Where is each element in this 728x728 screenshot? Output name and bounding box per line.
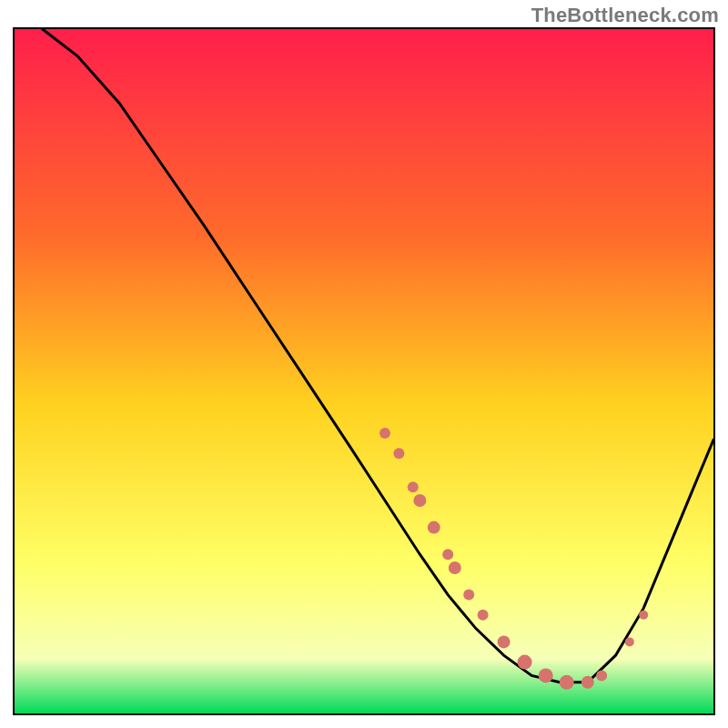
data-point <box>442 549 453 560</box>
data-point <box>393 448 404 459</box>
watermark-label: TheBottleneck.com <box>531 4 719 27</box>
data-point <box>428 521 440 534</box>
data-point <box>625 637 634 646</box>
data-point <box>498 635 511 648</box>
data-markers <box>15 29 713 713</box>
data-point <box>478 610 489 621</box>
plot-area <box>13 27 715 715</box>
data-point <box>449 561 461 574</box>
data-point <box>639 611 648 620</box>
data-point <box>581 676 594 689</box>
data-point <box>560 675 574 690</box>
data-point <box>413 494 426 507</box>
data-point <box>463 590 474 601</box>
data-point <box>518 655 532 670</box>
data-point <box>408 481 419 492</box>
data-point <box>596 670 607 681</box>
chart-container: TheBottleneck.com <box>0 0 728 728</box>
data-point <box>379 428 390 439</box>
data-point <box>539 668 553 682</box>
